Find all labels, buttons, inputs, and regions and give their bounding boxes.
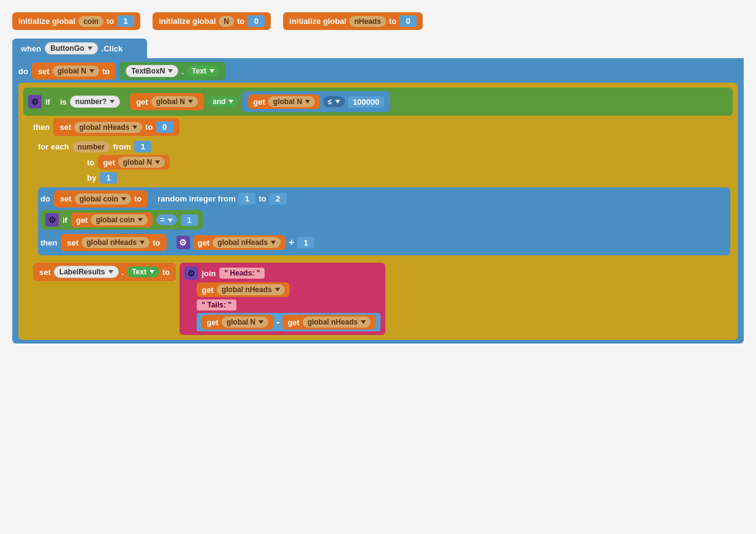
for-each-to-row: to get global N: [38, 155, 730, 170]
get-nheads-minus-var[interactable]: global nHeads: [303, 317, 371, 328]
textboxn-block: TextBoxN . Text: [119, 62, 225, 80]
get-n-minus-get: get: [206, 318, 219, 327]
tails-string: " Tails: ": [197, 299, 236, 310]
random-to-val[interactable]: 2: [270, 193, 287, 205]
set-nheads-0-block: set global nHeads to 0: [53, 118, 179, 136]
inner-then-row: then set global nHeads to: [40, 232, 728, 253]
get-n-var1[interactable]: global N: [151, 96, 198, 107]
is-number-select[interactable]: number?: [70, 96, 120, 108]
init-nheads-label: initialize global: [289, 17, 346, 26]
then-body: then set global nHeads to 0: [23, 118, 733, 335]
inner-eq-arrow[interactable]: [168, 219, 173, 222]
when-component-arrow[interactable]: [88, 47, 93, 50]
when-container: when ButtonGo .Click do set global N to: [12, 39, 744, 344]
minus-operator: -: [276, 317, 279, 328]
do-body: do set global N to TextBoxN .: [12, 58, 744, 344]
get-n-var2[interactable]: global N: [268, 96, 315, 107]
set-label-results-row: set LabelResults . Text to: [33, 263, 733, 335]
inner-if-label: if: [62, 216, 67, 225]
inner-eq-op[interactable]: =: [156, 214, 177, 225]
inner-do-block: do set global coin to: [38, 187, 730, 255]
set-n-to: to: [102, 67, 110, 76]
set-coin-var[interactable]: global coin: [75, 194, 131, 205]
init-n-val[interactable]: 0: [248, 15, 265, 27]
set-coin-set: set: [60, 194, 72, 203]
get-nheads-join-arrow[interactable]: [275, 288, 280, 291]
get-nheads-minus-arrow[interactable]: [361, 320, 366, 324]
set-n-var[interactable]: global N: [53, 66, 99, 77]
when-component[interactable]: ButtonGo: [45, 42, 97, 55]
get-n-minus-var[interactable]: global N: [222, 317, 268, 328]
for-each-from-val[interactable]: 1: [134, 141, 151, 152]
get-nheads-join-get: get: [202, 285, 214, 295]
for-each-by-val[interactable]: 1: [100, 172, 117, 184]
join-label: join: [202, 269, 216, 278]
get-nheads-inner-get: get: [198, 238, 210, 247]
inner-get-coin-var[interactable]: global coin: [91, 214, 147, 225]
get-n-var1-arrow[interactable]: [188, 100, 193, 103]
is-number-arrow[interactable]: [110, 100, 115, 103]
textboxn-arrow[interactable]: [168, 69, 173, 73]
set-nheads-0-val[interactable]: 0: [156, 121, 173, 133]
for-each-var[interactable]: number: [73, 141, 110, 152]
get-n-minus-block: get global N: [202, 315, 273, 329]
set-label-comp-arrow[interactable]: [108, 270, 113, 274]
set-label-prop[interactable]: Text: [127, 266, 159, 277]
get-nheads-inner-block: get global nHeads: [193, 235, 286, 250]
then-set-nheads-row: then set global nHeads to 0: [33, 118, 733, 136]
init-n-var[interactable]: N: [219, 16, 234, 27]
get-nheads-join-block: get global nHeads: [197, 282, 290, 297]
textboxn-component[interactable]: TextBoxN: [126, 65, 178, 77]
get-nheads-minus-get: get: [287, 318, 300, 327]
set-n-row: do set global N to TextBoxN .: [18, 62, 738, 80]
set-label-set: set: [39, 268, 51, 277]
join-nheads-row: get global nHeads: [184, 282, 380, 297]
join-header-row: ⚙ join " Heads: ": [184, 266, 380, 280]
random-block: random integer from 1 to 2: [151, 190, 292, 208]
inner-eq-val[interactable]: 1: [181, 214, 198, 226]
init-coin-val[interactable]: 1: [117, 15, 134, 27]
lte-value[interactable]: 100000: [348, 96, 384, 108]
nheads-plus-1-block: ⚙ get global nHeads +: [170, 232, 321, 253]
get-nheads-join-var[interactable]: global nHeads: [217, 284, 285, 295]
inner-set-nheads-var[interactable]: global nHeads: [81, 237, 149, 248]
get-n-minus-arrow[interactable]: [259, 320, 263, 324]
for-each-to-get: get: [103, 158, 115, 167]
set-nheads-0-to: to: [145, 122, 153, 132]
init-nheads-block: initialize global nHeads to 0: [283, 12, 423, 30]
textboxn-prop-arrow[interactable]: [210, 69, 214, 73]
then-label: then: [33, 122, 50, 132]
lte-operator[interactable]: ≤: [323, 96, 345, 107]
get-n-var2-arrow[interactable]: [305, 100, 310, 103]
inner-set-nheads-arrow[interactable]: [140, 241, 145, 244]
gear-icon-inner-if: ⚙: [45, 213, 59, 227]
for-each-to-arrow[interactable]: [155, 160, 160, 164]
for-each-to-var[interactable]: global N: [118, 157, 165, 168]
is-number-block: is number?: [54, 92, 126, 111]
set-n-var-arrow[interactable]: [89, 69, 94, 73]
when-header: when ButtonGo .Click: [12, 39, 147, 58]
get-nheads-inner-arrow[interactable]: [271, 241, 276, 244]
get-nheads-inner-var[interactable]: global nHeads: [213, 237, 281, 248]
lte-block: get global N ≤ 100000: [242, 91, 390, 112]
inner-get-coin-arrow[interactable]: [138, 218, 143, 222]
set-nheads-0-arrow[interactable]: [132, 126, 137, 129]
init-coin-var[interactable]: coin: [78, 16, 104, 27]
set-label-component[interactable]: LabelResults: [54, 266, 119, 278]
textboxn-prop[interactable]: Text: [187, 66, 219, 77]
and-arrow[interactable]: [229, 100, 233, 103]
inner-do-label: do: [40, 194, 50, 203]
set-coin-arrow[interactable]: [121, 197, 126, 201]
set-label-prop-arrow[interactable]: [149, 270, 154, 274]
get-n-block1: get global N: [130, 93, 204, 110]
plus-val[interactable]: 1: [297, 237, 314, 249]
init-nheads-val[interactable]: 0: [399, 15, 417, 27]
and-pill[interactable]: and: [208, 96, 238, 107]
for-each-from: from: [113, 142, 131, 151]
set-nheads-0-var[interactable]: global nHeads: [74, 122, 142, 133]
lte-arrow[interactable]: [335, 100, 340, 103]
init-nheads-var[interactable]: nHeads: [349, 16, 385, 27]
random-from[interactable]: 1: [238, 193, 255, 205]
init-coin-label: initialize global: [18, 17, 75, 26]
for-each-by-label: by: [87, 173, 96, 182]
